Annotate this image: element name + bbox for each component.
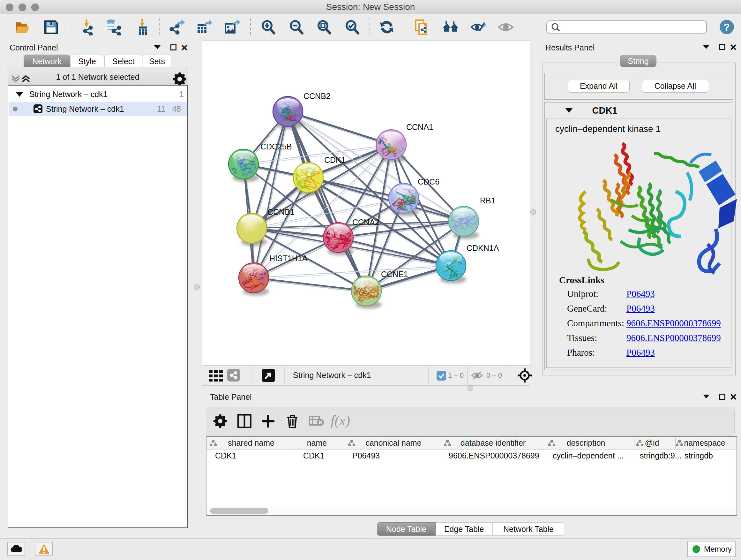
svg-text:CCNA2: CCNA2 xyxy=(352,218,380,227)
svg-text:CDC6: CDC6 xyxy=(418,177,440,186)
svg-text:CDK1: CDK1 xyxy=(324,155,346,165)
svg-text:CCNB1: CCNB1 xyxy=(267,207,294,216)
svg-text:CDKN1A: CDKN1A xyxy=(467,244,499,253)
svg-text:RB1: RB1 xyxy=(480,196,495,205)
svg-text:CCNE1: CCNE1 xyxy=(381,270,408,279)
svg-text:HIST1H1A: HIST1H1A xyxy=(269,254,308,263)
svg-text:CCNB2: CCNB2 xyxy=(304,91,331,101)
svg-text:CDC25B: CDC25B xyxy=(260,142,292,151)
svg-text:CCNA1: CCNA1 xyxy=(406,123,433,132)
